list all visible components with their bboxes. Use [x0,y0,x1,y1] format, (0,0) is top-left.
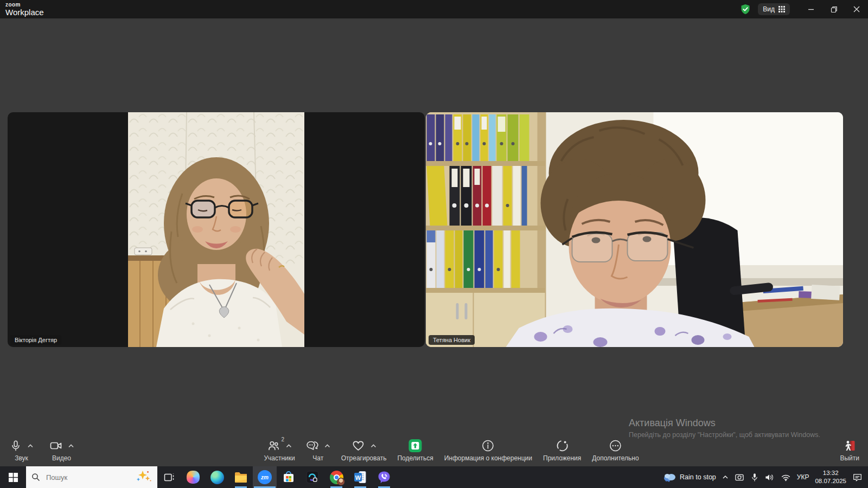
leave-button[interactable]: Выйти [840,439,859,462]
copilot-icon [187,471,200,484]
screen-cast-icon[interactable] [735,473,745,482]
wifi-icon[interactable] [781,473,791,481]
weather-rain-icon [663,471,676,483]
microphone-in-use-icon[interactable] [751,473,758,482]
view-button[interactable]: Вид [758,3,790,15]
zoom-app-icon: zm [258,470,272,484]
meeting-info-label: Информация о конференции [444,454,532,462]
participants-label: Участники [264,454,295,462]
taskbar-app-file-explorer[interactable] [229,466,253,488]
participants-button[interactable]: 2 Участники [264,439,295,462]
search-icon [31,473,40,481]
language-indicator[interactable]: УКР [797,473,809,481]
view-button-label: Вид [763,5,775,13]
hidden-icons-chevron[interactable] [722,474,729,480]
grid-icon [778,6,785,12]
chrome-profile-avatar [337,478,345,486]
video-tile-viktoriia[interactable]: Вікторія Дегтяр [8,112,425,347]
maximize-button[interactable] [822,0,845,18]
chat-chevron-icon[interactable] [325,444,330,448]
apps-button[interactable]: Приложения [543,439,581,462]
svg-text:W: W [355,474,361,481]
chat-label: Чат [312,454,323,462]
logo-workplace-text: Workplace [5,8,44,16]
leave-label: Выйти [840,454,859,462]
share-screen-icon [409,439,423,453]
system-tray: Rain to stop УКР [663,466,868,488]
participants-count-badge: 2 [282,436,285,442]
taskbar-app-viber[interactable] [372,466,396,488]
video-options-chevron-icon[interactable] [68,444,74,448]
leave-door-icon [843,439,856,452]
copilot-sparkle-icon[interactable] [136,470,152,485]
meeting-control-bar: Звук Видео [0,432,868,466]
taskbar-app-zoom[interactable]: zm [253,466,277,488]
file-explorer-icon [234,470,248,484]
taskbar-app-copilot[interactable] [181,466,205,488]
taskbar-app-dark-media-app[interactable] [301,466,324,488]
chrome-icon [330,471,343,484]
clock-date: 08.07.2025 [815,477,846,485]
viber-icon [377,470,391,484]
react-button[interactable]: Отреагировать [341,439,387,462]
audio-options-chevron-icon[interactable] [28,444,33,448]
logo-zoom-text: zoom [5,2,44,8]
more-label: Дополнительно [592,454,639,462]
title-bar: zoom Workplace Вид [0,0,868,18]
close-button[interactable] [845,0,868,18]
video-gallery: Вікторія Дегтяр [8,112,843,347]
taskbar-app-microsoft-store[interactable] [277,466,301,488]
clock-time: 13:32 [815,469,846,477]
chat-icon [306,439,319,452]
taskbar-app-edge[interactable] [205,466,229,488]
microsoft-store-icon [282,470,296,484]
taskbar-app-word[interactable]: W [348,466,372,488]
react-label: Отреагировать [341,454,387,462]
activation-title: Активація Windows [629,418,820,429]
dark-media-app-icon [305,470,320,484]
taskbar-search[interactable] [26,466,157,488]
microphone-icon [10,439,22,452]
taskbar-app-chrome[interactable] [324,466,348,488]
word-icon: W [353,470,367,484]
participant-name-tag: Тетяна Новик [429,335,475,345]
share-label: Поделиться [397,454,433,462]
video-button[interactable]: Видео [49,439,74,462]
task-view-icon [163,471,176,484]
participant-video-viktoriia [128,112,304,347]
chat-button[interactable]: Чат [306,439,330,462]
volume-icon[interactable] [764,473,775,482]
minimize-button[interactable] [800,0,822,18]
camera-icon [49,439,62,452]
video-label: Видео [52,454,71,462]
participants-chevron-icon[interactable] [286,444,292,448]
zoom-workplace-logo: zoom Workplace [5,2,44,16]
meeting-main-area: Вікторія Дегтяр [0,18,868,466]
video-tile-tetiana[interactable]: Тетяна Новик [426,112,843,347]
more-button[interactable]: Дополнительно [592,439,639,462]
heart-icon [352,439,365,452]
participant-video-tetiana [426,112,843,347]
start-button[interactable] [0,466,26,488]
weather-label: Rain to stop [680,473,716,481]
taskbar-clock[interactable]: 13:32 08.07.2025 [815,469,846,485]
notifications-icon[interactable] [852,473,863,482]
participant-name-tag: Вікторія Дегтяр [10,335,61,345]
info-circle-icon [482,439,495,452]
windows-taskbar: zm [0,466,868,488]
meeting-info-button[interactable]: Информация о конференции [444,439,532,462]
security-shield-icon[interactable] [739,3,751,15]
taskbar-weather[interactable]: Rain to stop [663,471,716,483]
ellipsis-circle-icon [609,439,622,452]
close-icon [853,6,860,12]
react-chevron-icon[interactable] [371,444,376,448]
search-input[interactable] [45,473,112,482]
share-screen-button[interactable]: Поделиться [397,439,433,462]
restore-icon [831,6,838,13]
taskbar-apps: zm [157,466,396,488]
audio-button[interactable]: Звук [10,439,33,462]
taskbar-app-task-view[interactable] [157,466,181,488]
participants-icon [267,439,280,452]
audio-label: Звук [15,454,28,462]
apps-label: Приложения [543,454,581,462]
